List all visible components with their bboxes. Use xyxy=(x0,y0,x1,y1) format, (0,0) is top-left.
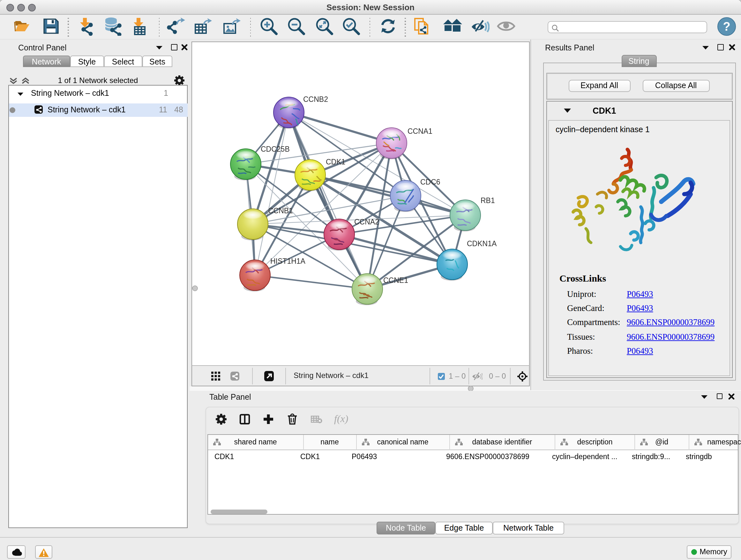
svg-text:CCNA2: CCNA2 xyxy=(354,217,379,226)
svg-text:CDC6: CDC6 xyxy=(420,178,440,186)
svg-text:CCNA1: CCNA1 xyxy=(407,127,432,135)
svg-text:RB1: RB1 xyxy=(480,196,495,204)
svg-text:CDC25B: CDC25B xyxy=(260,145,289,153)
svg-text:CCNE1: CCNE1 xyxy=(383,276,408,284)
svg-text:HIST1H1A: HIST1H1A xyxy=(270,257,306,265)
svg-text:CDK1: CDK1 xyxy=(326,158,345,166)
svg-text:CCNB2: CCNB2 xyxy=(303,95,328,103)
svg-text:CCNB1: CCNB1 xyxy=(268,206,293,214)
svg-text:CDKN1A: CDKN1A xyxy=(467,239,496,247)
